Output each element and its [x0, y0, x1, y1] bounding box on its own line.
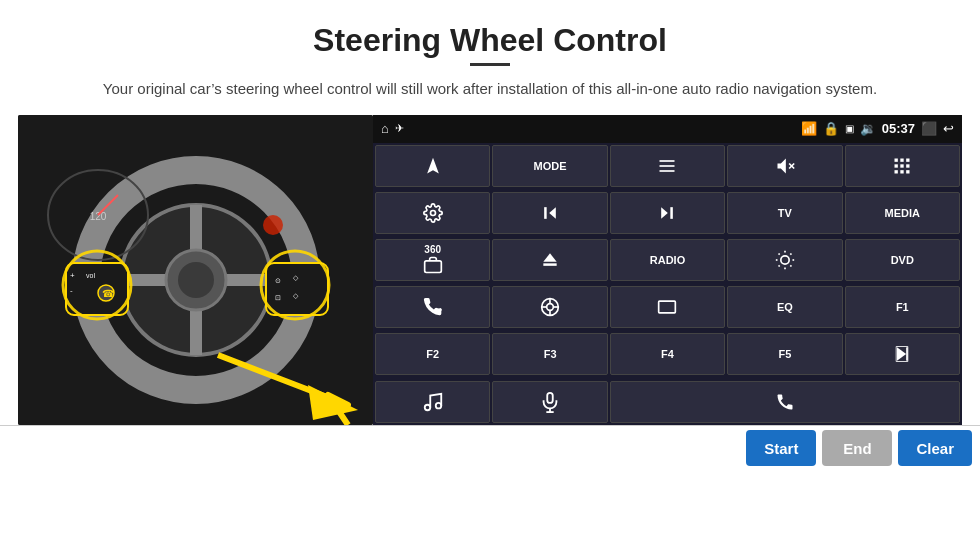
- svg-marker-49: [543, 253, 556, 261]
- svg-rect-38: [901, 164, 904, 167]
- radio-panel: ⌂ ✈ 📶 🔒 ▣ 🔉 05:37 ⬛ ↩ MODE: [373, 115, 962, 425]
- svg-point-71: [435, 402, 441, 408]
- time-display: 05:37: [882, 121, 915, 136]
- btn-music[interactable]: [375, 381, 490, 423]
- svg-point-51: [781, 256, 789, 264]
- btn-f1[interactable]: F1: [845, 286, 960, 328]
- svg-point-8: [178, 262, 214, 298]
- btn-list[interactable]: [610, 145, 725, 187]
- btn-mic[interactable]: [492, 381, 607, 423]
- btn-f2[interactable]: F2: [375, 333, 490, 375]
- btn-media[interactable]: MEDIA: [845, 192, 960, 234]
- lock-icon: 🔒: [823, 121, 839, 136]
- svg-text:☎: ☎: [102, 288, 114, 299]
- btn-360cam[interactable]: 360: [375, 239, 490, 281]
- svg-line-59: [790, 253, 791, 254]
- btn-call-end[interactable]: [610, 381, 960, 423]
- svg-rect-45: [544, 207, 547, 219]
- send-icon: ✈: [395, 122, 404, 135]
- svg-line-55: [790, 265, 791, 266]
- status-bar-right: 📶 🔒 ▣ 🔉 05:37 ⬛ ↩: [801, 121, 954, 136]
- page-title: Steering Wheel Control: [0, 0, 980, 63]
- start-button[interactable]: Start: [746, 430, 816, 466]
- end-button[interactable]: End: [822, 430, 892, 466]
- svg-rect-30: [660, 170, 675, 172]
- bottom-icons-row: [373, 381, 962, 425]
- btn-f3[interactable]: F3: [492, 333, 607, 375]
- btn-dvd[interactable]: DVD: [845, 239, 960, 281]
- btn-nav-circle[interactable]: [492, 286, 607, 328]
- btn-eq[interactable]: EQ: [727, 286, 842, 328]
- bottom-row: Start End Clear: [0, 425, 980, 471]
- sd-icon: ▣: [845, 123, 854, 134]
- svg-text:vol: vol: [86, 272, 95, 279]
- svg-rect-41: [901, 170, 904, 173]
- svg-rect-28: [660, 160, 675, 162]
- btn-f5[interactable]: F5: [727, 333, 842, 375]
- svg-text:-: -: [70, 286, 73, 295]
- svg-marker-46: [662, 207, 669, 219]
- btn-settings[interactable]: [375, 192, 490, 234]
- btn-prev[interactable]: [492, 192, 607, 234]
- home-icon[interactable]: ⌂: [381, 121, 389, 136]
- svg-rect-34: [895, 158, 898, 161]
- bluetooth-icon: 🔉: [860, 121, 876, 136]
- svg-line-54: [778, 253, 779, 254]
- svg-text:+: +: [70, 271, 75, 280]
- btn-eject[interactable]: [492, 239, 607, 281]
- svg-text:⊙: ⊙: [275, 277, 281, 284]
- car-image: 120 + - vol ☎ ⊙ ◇ ⊡ ◇: [18, 115, 373, 425]
- status-bar: ⌂ ✈ 📶 🔒 ▣ 🔉 05:37 ⬛ ↩: [373, 115, 962, 143]
- svg-marker-68: [897, 348, 906, 361]
- btn-mode[interactable]: MODE: [492, 145, 607, 187]
- svg-rect-72: [547, 392, 553, 402]
- svg-rect-69: [906, 348, 908, 361]
- svg-point-43: [430, 210, 435, 215]
- btn-phone[interactable]: [375, 286, 490, 328]
- btn-screen[interactable]: [610, 286, 725, 328]
- status-bar-left: ⌂ ✈: [381, 121, 404, 136]
- svg-point-70: [424, 404, 430, 410]
- svg-text:⊡: ⊡: [275, 294, 281, 301]
- svg-rect-48: [424, 261, 441, 273]
- wifi-icon: 📶: [801, 121, 817, 136]
- btn-navigate[interactable]: [375, 145, 490, 187]
- svg-rect-37: [895, 164, 898, 167]
- svg-point-12: [263, 215, 283, 235]
- btn-brightness[interactable]: [727, 239, 842, 281]
- btn-tv[interactable]: TV: [727, 192, 842, 234]
- svg-rect-50: [543, 263, 556, 266]
- svg-rect-39: [906, 164, 909, 167]
- svg-rect-47: [671, 207, 674, 219]
- svg-line-58: [778, 265, 779, 266]
- title-divider: [470, 63, 510, 66]
- btn-f4[interactable]: F4: [610, 333, 725, 375]
- btn-next[interactable]: [610, 192, 725, 234]
- subtitle: Your original car’s steering wheel contr…: [0, 78, 980, 101]
- svg-marker-44: [549, 207, 556, 219]
- content-area: 120 + - vol ☎ ⊙ ◇ ⊡ ◇: [0, 115, 980, 425]
- svg-marker-31: [777, 158, 785, 173]
- svg-point-61: [547, 304, 554, 311]
- back-icon[interactable]: ↩: [943, 121, 954, 136]
- svg-rect-35: [901, 158, 904, 161]
- btn-play-pause[interactable]: [845, 333, 960, 375]
- clear-button[interactable]: Clear: [898, 430, 972, 466]
- svg-rect-36: [906, 158, 909, 161]
- cast-icon: ⬛: [921, 121, 937, 136]
- button-grid: MODE TV MEDIA: [373, 143, 962, 381]
- svg-rect-19: [266, 263, 328, 315]
- btn-apps[interactable]: [845, 145, 960, 187]
- btn-radio[interactable]: RADIO: [610, 239, 725, 281]
- svg-rect-42: [906, 170, 909, 173]
- svg-rect-66: [659, 301, 676, 313]
- svg-marker-27: [427, 157, 439, 173]
- svg-rect-29: [660, 165, 675, 167]
- svg-rect-13: [66, 263, 128, 315]
- svg-text:120: 120: [90, 211, 107, 222]
- btn-mute[interactable]: [727, 145, 842, 187]
- svg-rect-40: [895, 170, 898, 173]
